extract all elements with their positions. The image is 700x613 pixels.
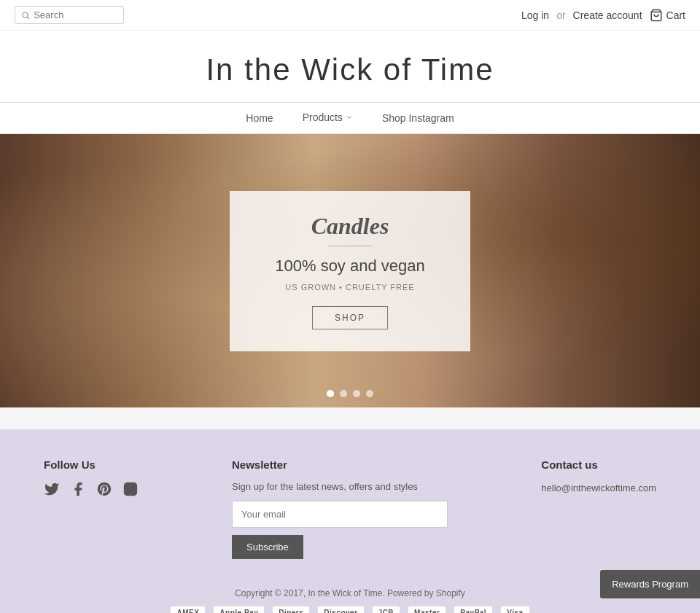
search-form[interactable] — [15, 6, 124, 24]
slider-dot-2[interactable] — [340, 390, 347, 397]
twitter-link[interactable] — [44, 481, 60, 499]
login-link[interactable]: Log in — [521, 9, 549, 21]
footer-bottom: Copyright © 2017, In the Wick of Time. P… — [44, 581, 656, 613]
contact-email[interactable]: hello@inthewickoftime.com — [541, 483, 656, 493]
follow-us-title: Follow Us — [44, 458, 139, 471]
cart-area[interactable]: Cart — [650, 9, 685, 22]
site-header: Log in or Create account Cart — [0, 0, 700, 31]
payment-jcb: JCB — [372, 606, 401, 613]
copyright-text: Copyright © 2017, In the Wick of Time. P… — [44, 588, 656, 598]
slider-dot-1[interactable] — [327, 390, 334, 397]
facebook-link[interactable] — [70, 481, 86, 499]
nav-separator: or — [556, 9, 565, 21]
instagram-icon — [122, 481, 139, 497]
search-input[interactable] — [34, 9, 117, 20]
payment-diners: Diners — [272, 606, 310, 613]
hero-overlay: Candles 100% soy and vegan US GROWN • CR… — [230, 191, 470, 351]
main-nav-wrap: Home Products Shop Instagram — [0, 102, 700, 134]
twitter-icon — [44, 481, 60, 497]
create-account-link[interactable]: Create account — [573, 9, 642, 21]
cart-label: Cart — [666, 9, 685, 21]
facebook-icon — [70, 481, 86, 497]
main-nav: Home Products Shop Instagram — [0, 112, 700, 125]
slider-dot-3[interactable] — [353, 390, 360, 397]
nav-products-label: Products — [303, 112, 343, 123]
spacer — [0, 407, 700, 429]
footer-contact: Contact us hello@inthewickoftime.com — [541, 458, 656, 559]
pinterest-link[interactable] — [96, 481, 112, 499]
hero-subtitle: 100% soy and vegan — [259, 257, 441, 276]
hero-shop-button[interactable]: SHOP — [312, 306, 388, 329]
footer-follow-us: Follow Us — [44, 458, 139, 559]
slider-dots — [327, 390, 373, 397]
site-footer: Follow Us — [0, 429, 700, 613]
svg-point-0 — [23, 12, 28, 17]
hero-section: Candles 100% soy and vegan US GROWN • CR… — [0, 134, 700, 407]
payment-apple-pay: Apple Pay — [213, 606, 265, 613]
payment-icons: AMEX Apple Pay Diners Discover JCB Maste… — [44, 606, 656, 613]
rewards-button[interactable]: Rewards Program — [600, 570, 700, 598]
footer-newsletter: Newsletter Sign up for the latest news, … — [232, 458, 448, 559]
hero-tagline: US GROWN • CRUELTY FREE — [259, 283, 441, 292]
nav-shop-instagram[interactable]: Shop Instagram — [382, 112, 454, 125]
nav-home[interactable]: Home — [246, 112, 273, 125]
pinterest-icon — [96, 481, 112, 497]
payment-visa: Visa — [500, 606, 529, 613]
nav-products-link[interactable]: Products — [303, 112, 353, 123]
hero-divider — [328, 246, 372, 246]
site-title: In the Wick of Time — [15, 52, 685, 87]
cart-icon — [650, 9, 663, 22]
payment-master: Master — [408, 606, 446, 613]
slider-dot-4[interactable] — [366, 390, 373, 397]
nav-home-link[interactable]: Home — [246, 112, 273, 124]
header-nav: Log in or Create account Cart — [521, 9, 685, 22]
subscribe-button[interactable]: Subscribe — [232, 535, 303, 559]
footer-top: Follow Us — [44, 458, 656, 559]
search-icon — [21, 10, 30, 20]
social-icons — [44, 481, 139, 499]
site-title-wrap: In the Wick of Time — [0, 31, 700, 102]
newsletter-email-input[interactable] — [232, 501, 448, 528]
nav-products[interactable]: Products — [303, 112, 353, 125]
instagram-link[interactable] — [122, 481, 139, 499]
contact-title: Contact us — [541, 458, 656, 471]
nav-shop-instagram-link[interactable]: Shop Instagram — [382, 112, 454, 124]
newsletter-title: Newsletter — [232, 458, 448, 471]
svg-line-1 — [27, 17, 29, 19]
newsletter-desc: Sign up for the latest news, offers and … — [232, 481, 448, 492]
payment-discover: Discover — [317, 606, 364, 613]
payment-amex: AMEX — [170, 606, 206, 613]
payment-paypal: PayPal — [454, 606, 493, 613]
chevron-down-icon — [346, 114, 353, 121]
hero-title: Candles — [259, 213, 441, 240]
